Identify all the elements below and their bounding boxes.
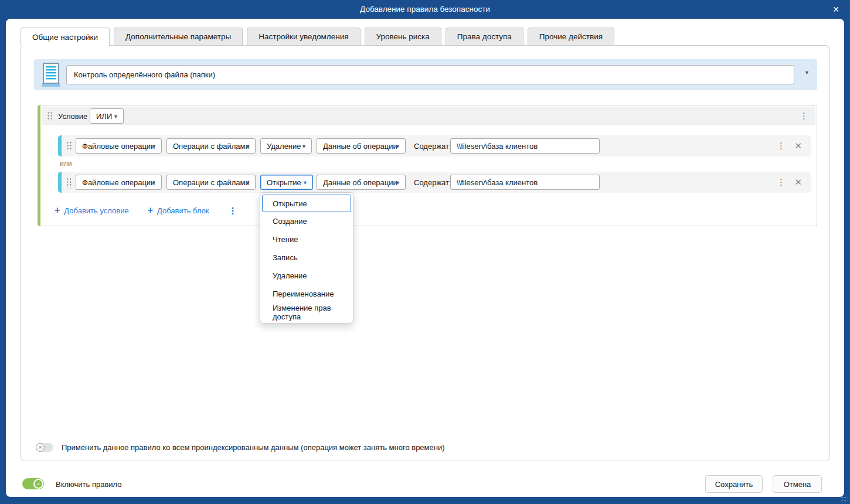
attribute-select[interactable]: Данные об операции ▼ — [317, 175, 406, 190]
cancel-button[interactable]: Отмена — [773, 475, 822, 493]
document-list-icon — [40, 62, 62, 88]
rule-type-bar: ▼ — [34, 59, 817, 90]
menu-item-change-permissions[interactable]: Изменение прав доступа — [260, 303, 353, 321]
chevron-down-icon[interactable]: ▼ — [804, 70, 810, 76]
contains-label: Содержат: — [414, 142, 451, 151]
tab-access-rights[interactable]: Права доступа — [446, 28, 523, 45]
apply-toggle-label: Применить данное правило ко всем проинде… — [62, 443, 445, 452]
chevron-down-icon: ▼ — [395, 180, 400, 186]
menu-item-write[interactable]: Запись — [260, 248, 353, 267]
apply-toggle-off[interactable]: ✕ — [36, 443, 53, 452]
condition-label: Условие — [58, 112, 87, 121]
attribute-value: Данные об операции — [323, 142, 397, 151]
condition-row: Файловые операции ▼ Операции с файлами ▼… — [58, 172, 811, 193]
block-menu-icon[interactable]: ⋮ — [800, 111, 808, 120]
operation-dropdown-popup: Открытие Создание Чтение Запись Удаление… — [260, 192, 353, 323]
logic-operator-select[interactable]: ИЛИ ▼ — [90, 108, 124, 124]
drag-handle-icon[interactable] — [66, 178, 72, 188]
chevron-down-icon: ▼ — [302, 180, 308, 186]
add-block-label: Добавить блок — [157, 206, 209, 215]
contains-value-input[interactable] — [450, 138, 600, 154]
apply-to-indexed-row: ✕ Применить данное правило ко всем проин… — [36, 443, 445, 452]
attribute-value: Данные об операции — [323, 178, 397, 187]
plus-icon: + — [55, 205, 60, 216]
operation-value: Удаление — [267, 142, 301, 151]
contains-value-input[interactable] — [450, 175, 600, 190]
event-type-value: Операции с файлами — [173, 142, 250, 151]
remove-condition-icon[interactable]: ✕ — [794, 178, 802, 186]
category-value: Файловые операции — [82, 178, 155, 187]
menu-item-rename[interactable]: Переименование — [260, 285, 353, 303]
operation-value: Открытие — [267, 178, 301, 187]
toggle-on-knob-icon: ✓ — [33, 479, 43, 489]
condition-block-header: Условие ИЛИ ▼ ⋮ — [42, 107, 815, 125]
add-block-link[interactable]: + Добавить блок — [148, 205, 209, 216]
operation-select-open[interactable]: Открытие ▼ — [260, 175, 313, 190]
contains-label: Содержат: — [414, 178, 451, 187]
tab-other-actions[interactable]: Прочие действия — [528, 28, 614, 45]
enable-rule-label: Включить правило — [56, 480, 122, 489]
chevron-down-icon: ▼ — [395, 144, 400, 149]
menu-item-open[interactable]: Открытие — [262, 195, 351, 212]
event-type-select[interactable]: Операции с файлами ▼ — [166, 175, 256, 190]
enable-rule-toggle[interactable]: ✓ — [22, 478, 44, 489]
chevron-down-icon: ▼ — [245, 180, 250, 186]
general-settings-panel: ▼ Условие ИЛИ ▼ ⋮ Файловые операции — [21, 45, 829, 461]
chevron-down-icon: ▼ — [113, 114, 118, 120]
attribute-select[interactable]: Данные об операции ▼ — [317, 138, 406, 154]
tab-additional-parameters[interactable]: Дополнительные параметры — [114, 28, 243, 45]
tab-bar: Общие настройки Дополнительные параметры… — [21, 28, 614, 46]
drag-handle-icon[interactable] — [47, 111, 52, 121]
add-condition-label: Добавить условие — [64, 206, 128, 215]
close-icon[interactable]: ✕ — [829, 2, 843, 16]
rule-type-select[interactable] — [66, 65, 794, 84]
category-select[interactable]: Файловые операции ▼ — [76, 175, 162, 190]
tab-notification-settings[interactable]: Настройки уведомления — [247, 28, 360, 45]
security-rule-dialog: Добавление правила безопасности ✕ Общие … — [0, 0, 850, 504]
event-type-select[interactable]: Операции с файлами ▼ — [166, 138, 256, 154]
save-button[interactable]: Сохранить — [705, 475, 763, 493]
resize-grip[interactable] — [841, 496, 848, 503]
tab-general-settings[interactable]: Общие настройки — [21, 28, 110, 46]
remove-condition-icon[interactable]: ✕ — [794, 141, 802, 150]
tab-risk-level[interactable]: Уровень риска — [365, 28, 441, 45]
chevron-down-icon: ▼ — [245, 144, 250, 149]
add-condition-link[interactable]: + Добавить условие — [55, 205, 129, 216]
condition-row: Файловые операции ▼ Операции с файлами ▼… — [58, 135, 811, 156]
chevron-down-icon: ▼ — [151, 144, 157, 149]
drag-handle-icon[interactable] — [66, 141, 72, 151]
condition-block: Условие ИЛИ ▼ ⋮ Файловые операции ▼ Опер… — [38, 105, 817, 226]
category-select[interactable]: Файловые операции ▼ — [76, 138, 162, 154]
menu-item-read[interactable]: Чтение — [260, 230, 353, 248]
toggle-off-knob-icon: ✕ — [36, 443, 45, 452]
menu-item-delete[interactable]: Удаление — [260, 267, 353, 285]
plus-icon: + — [148, 205, 153, 216]
chevron-down-icon: ▼ — [301, 144, 307, 149]
add-links-row: + Добавить условие + Добавить блок ⋮ — [55, 205, 237, 216]
event-type-value: Операции с файлами — [173, 178, 250, 187]
row-menu-icon[interactable]: ⋮ — [777, 141, 786, 150]
links-menu-icon[interactable]: ⋮ — [229, 206, 237, 215]
menu-item-create[interactable]: Создание — [260, 212, 353, 230]
dialog-body: Общие настройки Дополнительные параметры… — [6, 19, 844, 497]
category-value: Файловые операции — [82, 142, 155, 151]
operation-select[interactable]: Удаление ▼ — [260, 138, 312, 154]
row-menu-icon[interactable]: ⋮ — [777, 178, 786, 186]
window-title: Добавление правила безопасности — [0, 5, 850, 13]
chevron-down-icon: ▼ — [151, 180, 157, 186]
or-separator: или — [60, 159, 72, 168]
logic-operator-value: ИЛИ — [96, 112, 112, 121]
